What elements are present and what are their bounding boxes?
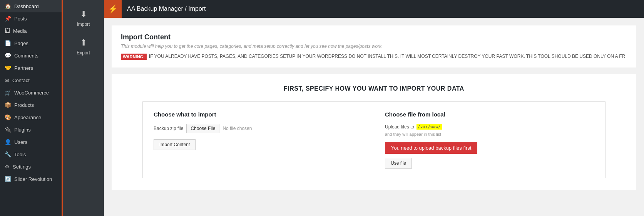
- secondary-sidebar-import[interactable]: ⬇ Import: [63, 4, 104, 32]
- users-icon: 👤: [5, 139, 11, 145]
- woocommerce-icon: 🛒: [5, 89, 11, 96]
- dashboard-icon: 🏠: [5, 3, 11, 9]
- appearance-icon: 🎨: [5, 114, 11, 120]
- sidebar-item-settings[interactable]: ⚙ Settings: [0, 160, 62, 173]
- import-heading: FIRST, SPECIFY HOW YOU WANT TO IMPORT YO…: [119, 85, 629, 92]
- left-col-title: Choose what to import: [154, 111, 363, 118]
- sidebar-item-slider-revolution[interactable]: 🔄 Slider Revolution: [0, 173, 62, 185]
- sidebar-item-media[interactable]: 🖼 Media: [0, 25, 62, 37]
- sidebar-item-users[interactable]: 👤 Users: [0, 136, 62, 148]
- export-icon: ⬆: [80, 38, 87, 48]
- right-col-title: Choose file from local: [385, 111, 594, 118]
- import-section: FIRST, SPECIFY HOW YOU WANT TO IMPORT YO…: [112, 74, 636, 190]
- sidebar-item-comments[interactable]: 💬 Comments: [0, 49, 62, 62]
- upload-subtext: and they will appear in this list: [385, 132, 594, 137]
- file-field-row: Backup zip file Choose File No file chos…: [154, 124, 363, 133]
- top-bar: ⚡ AA Backup Manager / Import: [104, 0, 644, 18]
- pages-icon: 📄: [5, 40, 11, 46]
- warning-text: IF YOU ALREADY HAVE POSTS, PAGES, AND CA…: [149, 54, 625, 59]
- choose-file-button[interactable]: Choose File: [186, 124, 219, 133]
- comments-icon: 💬: [5, 52, 11, 59]
- import-right-col: Choose file from local Upload files to /…: [374, 102, 605, 178]
- no-file-text: No file chosen: [222, 126, 252, 131]
- partners-icon: 🤝: [5, 65, 11, 71]
- file-field-label: Backup zip file: [154, 126, 183, 131]
- products-icon: 📦: [5, 102, 11, 108]
- plugins-icon: 🔌: [5, 127, 11, 133]
- media-icon: 🖼: [5, 28, 10, 34]
- sidebar-item-dashboard[interactable]: 🏠 Dashboard: [0, 0, 62, 12]
- import-columns: Choose what to import Backup zip file Ch…: [142, 101, 606, 178]
- upload-prefix: Upload files to: [385, 124, 414, 130]
- main-area: ⚡ AA Backup Manager / Import Import Cont…: [104, 0, 644, 216]
- tools-icon: 🔧: [5, 151, 11, 157]
- sidebar-item-partners[interactable]: 🤝 Partners: [0, 62, 62, 74]
- import-info-box: Import Content This module will help you…: [112, 25, 636, 68]
- content-area: Import Content This module will help you…: [104, 18, 644, 216]
- secondary-sidebar: ⬇ Import ⬆ Export: [62, 0, 104, 216]
- sidebar-item-tools[interactable]: 🔧 Tools: [0, 148, 62, 160]
- upload-path-row: Upload files to /var/www/: [385, 124, 594, 130]
- upload-error-button[interactable]: You need to upload backup files first: [385, 142, 477, 154]
- section-subtitle: This module will help you to get the cor…: [121, 44, 627, 49]
- posts-icon: 📌: [5, 15, 11, 22]
- import-content-button[interactable]: Import Content: [154, 139, 196, 150]
- left-sidebar: 🏠 Dashboard 📌 Posts 🖼 Media 📄 Pages 💬 Co…: [0, 0, 62, 216]
- import-left-col: Choose what to import Backup zip file Ch…: [143, 102, 374, 178]
- import-icon: ⬇: [80, 9, 87, 19]
- sidebar-item-pages[interactable]: 📄 Pages: [0, 37, 62, 49]
- sidebar-item-products[interactable]: 📦 Products: [0, 99, 62, 111]
- plugin-icon: ⚡: [104, 0, 122, 18]
- sidebar-item-plugins[interactable]: 🔌 Plugins: [0, 123, 62, 136]
- warning-bar: WARNING: IF YOU ALREADY HAVE POSTS, PAGE…: [121, 54, 627, 60]
- secondary-sidebar-export[interactable]: ⬆ Export: [63, 32, 104, 61]
- use-file-button[interactable]: Use file: [385, 158, 412, 169]
- page-title: AA Backup Manager / Import: [127, 5, 206, 12]
- sidebar-item-woocommerce[interactable]: 🛒 WooCommerce: [0, 86, 62, 99]
- settings-icon: ⚙: [5, 164, 10, 170]
- sidebar-item-appearance[interactable]: 🎨 Appearance: [0, 111, 62, 123]
- warning-label: WARNING:: [121, 54, 147, 60]
- sidebar-item-contact[interactable]: ✉ Contact: [0, 74, 62, 86]
- contact-icon: ✉: [5, 77, 9, 83]
- section-title: Import Content: [121, 33, 627, 41]
- upload-path: /var/www/: [417, 124, 442, 130]
- sidebar-item-posts[interactable]: 📌 Posts: [0, 12, 62, 25]
- slider-icon: 🔄: [5, 176, 11, 182]
